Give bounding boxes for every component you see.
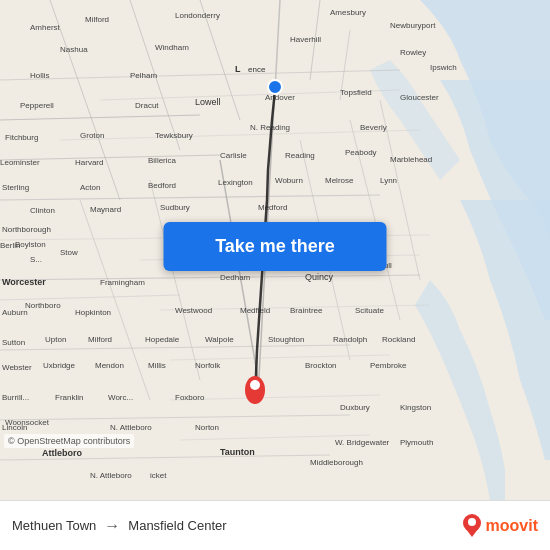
- svg-text:Pembroke: Pembroke: [370, 361, 407, 370]
- svg-text:Auburn: Auburn: [2, 308, 28, 317]
- svg-text:Brockton: Brockton: [305, 361, 337, 370]
- svg-text:Boylston: Boylston: [15, 240, 46, 249]
- svg-text:Marblehead: Marblehead: [390, 155, 432, 164]
- svg-text:Leominster: Leominster: [0, 158, 40, 167]
- svg-text:L: L: [235, 64, 241, 74]
- svg-text:Rockland: Rockland: [382, 335, 415, 344]
- svg-text:Rowley: Rowley: [400, 48, 426, 57]
- svg-text:Webster: Webster: [2, 363, 32, 372]
- svg-text:Pepperell: Pepperell: [20, 101, 54, 110]
- svg-text:Milford: Milford: [85, 15, 109, 24]
- svg-text:Burrill...: Burrill...: [2, 393, 29, 402]
- svg-text:Worcester: Worcester: [2, 277, 46, 287]
- svg-text:Walpole: Walpole: [205, 335, 234, 344]
- svg-text:Hopedale: Hopedale: [145, 335, 180, 344]
- svg-text:Lynn: Lynn: [380, 176, 397, 185]
- svg-text:icket: icket: [150, 471, 167, 480]
- svg-text:Quincy: Quincy: [305, 272, 334, 282]
- svg-text:Randolph: Randolph: [333, 335, 367, 344]
- svg-text:Attleboro: Attleboro: [42, 448, 82, 458]
- svg-text:Fitchburg: Fitchburg: [5, 133, 38, 142]
- svg-text:Plymouth: Plymouth: [400, 438, 433, 447]
- svg-text:Hopkinton: Hopkinton: [75, 308, 111, 317]
- svg-text:Duxbury: Duxbury: [340, 403, 370, 412]
- svg-text:Sutton: Sutton: [2, 338, 25, 347]
- svg-point-125: [250, 380, 260, 390]
- svg-text:Andover: Andover: [265, 93, 295, 102]
- svg-text:W. Bridgewater: W. Bridgewater: [335, 438, 390, 447]
- svg-text:Windham: Windham: [155, 43, 189, 52]
- svg-text:Stow: Stow: [60, 248, 78, 257]
- svg-text:Melrose: Melrose: [325, 176, 354, 185]
- svg-text:S...: S...: [30, 255, 42, 264]
- svg-text:ence: ence: [248, 65, 266, 74]
- svg-text:Haverhill: Haverhill: [290, 35, 321, 44]
- svg-text:Amesbury: Amesbury: [330, 8, 366, 17]
- svg-text:Sterling: Sterling: [2, 183, 29, 192]
- svg-text:Medfield: Medfield: [240, 306, 270, 315]
- svg-text:Peabody: Peabody: [345, 148, 377, 157]
- svg-text:Norfolk: Norfolk: [195, 361, 221, 370]
- svg-text:Billerica: Billerica: [148, 156, 177, 165]
- svg-text:Northborough: Northborough: [2, 225, 51, 234]
- svg-text:Gloucester: Gloucester: [400, 93, 439, 102]
- svg-text:Taunton: Taunton: [220, 447, 255, 457]
- moovit-pin-icon: [462, 513, 482, 539]
- svg-text:Nashua: Nashua: [60, 45, 88, 54]
- svg-point-123: [268, 80, 282, 94]
- svg-text:Beverly: Beverly: [360, 123, 387, 132]
- svg-text:Mendon: Mendon: [95, 361, 124, 370]
- svg-text:Millis: Millis: [148, 361, 166, 370]
- svg-text:Worc...: Worc...: [108, 393, 133, 402]
- svg-text:Foxboro: Foxboro: [175, 393, 205, 402]
- svg-text:Milford: Milford: [88, 335, 112, 344]
- svg-text:Lowell: Lowell: [195, 97, 221, 107]
- svg-text:Medford: Medford: [258, 203, 287, 212]
- svg-text:Upton: Upton: [45, 335, 66, 344]
- svg-text:Hollis: Hollis: [30, 71, 50, 80]
- svg-text:Pelham: Pelham: [130, 71, 157, 80]
- svg-text:Acton: Acton: [80, 183, 100, 192]
- svg-text:Kingston: Kingston: [400, 403, 431, 412]
- svg-text:Woonsocket: Woonsocket: [5, 418, 50, 427]
- svg-text:Bedford: Bedford: [148, 181, 176, 190]
- moovit-logo: moovit: [462, 513, 538, 539]
- bottom-bar: Methuen Town → Mansfield Center moovit: [0, 500, 550, 550]
- destination-label: Mansfield Center: [128, 518, 226, 533]
- svg-text:Sudbury: Sudbury: [160, 203, 190, 212]
- map-copyright: © OpenStreetMap contributors: [4, 434, 134, 448]
- svg-text:Topsfield: Topsfield: [340, 88, 372, 97]
- svg-text:Newburyport: Newburyport: [390, 21, 436, 30]
- map-container: Amherst Milford Londonderry Amesbury New…: [0, 0, 550, 500]
- svg-text:Middleborough: Middleborough: [310, 458, 363, 467]
- svg-text:Norton: Norton: [195, 423, 219, 432]
- route-info: Methuen Town → Mansfield Center: [12, 517, 462, 535]
- moovit-text: moovit: [486, 517, 538, 535]
- svg-text:Groton: Groton: [80, 131, 104, 140]
- svg-marker-129: [466, 529, 478, 537]
- svg-point-128: [468, 518, 476, 526]
- svg-text:Harvard: Harvard: [75, 158, 103, 167]
- svg-text:Stoughton: Stoughton: [268, 335, 304, 344]
- origin-label: Methuen Town: [12, 518, 96, 533]
- svg-text:Carlisle: Carlisle: [220, 151, 247, 160]
- svg-text:Lexington: Lexington: [218, 178, 253, 187]
- svg-text:Dedham: Dedham: [220, 273, 251, 282]
- svg-text:Scituate: Scituate: [355, 306, 384, 315]
- svg-text:Reading: Reading: [285, 151, 315, 160]
- svg-text:N. Attleboro: N. Attleboro: [90, 471, 132, 480]
- svg-text:Northboro: Northboro: [25, 301, 61, 310]
- svg-text:Amherst: Amherst: [30, 23, 61, 32]
- svg-text:N. Attleboro: N. Attleboro: [110, 423, 152, 432]
- svg-text:Woburn: Woburn: [275, 176, 303, 185]
- svg-text:Framingham: Framingham: [100, 278, 145, 287]
- svg-text:Ipswich: Ipswich: [430, 63, 457, 72]
- svg-text:Franklin: Franklin: [55, 393, 83, 402]
- svg-text:Braintree: Braintree: [290, 306, 323, 315]
- svg-text:Westwood: Westwood: [175, 306, 212, 315]
- take-me-there-button[interactable]: Take me there: [164, 222, 387, 271]
- svg-text:Maynard: Maynard: [90, 205, 121, 214]
- arrow-icon: →: [104, 517, 120, 535]
- svg-text:Londonderry: Londonderry: [175, 11, 220, 20]
- svg-text:Clinton: Clinton: [30, 206, 55, 215]
